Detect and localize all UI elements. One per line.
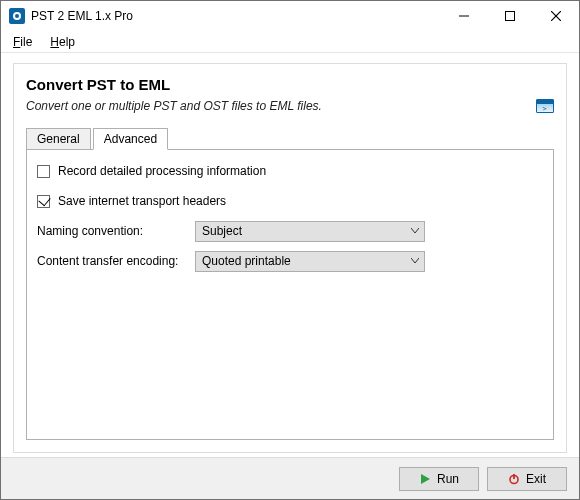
menu-help[interactable]: Help bbox=[42, 33, 83, 51]
checkbox-record-detailed[interactable] bbox=[37, 165, 50, 178]
tab-general[interactable]: General bbox=[26, 128, 91, 150]
run-button-label: Run bbox=[437, 472, 459, 486]
content-area: Convert PST to EML Convert one or multip… bbox=[1, 53, 579, 457]
titlebar[interactable]: PST 2 EML 1.x Pro bbox=[1, 1, 579, 31]
label-naming: Naming convention: bbox=[37, 224, 195, 238]
chevron-down-icon bbox=[406, 228, 424, 234]
svg-rect-4 bbox=[506, 12, 515, 21]
exit-button-label: Exit bbox=[526, 472, 546, 486]
panel-title: Convert PST to EML bbox=[26, 76, 554, 93]
tab-advanced[interactable]: Advanced bbox=[93, 128, 168, 150]
label-encoding: Content transfer encoding: bbox=[37, 254, 195, 268]
minimize-button[interactable] bbox=[441, 1, 487, 31]
svg-line-5 bbox=[551, 11, 561, 21]
row-save-headers: Save internet transport headers bbox=[37, 190, 543, 212]
maximize-button[interactable] bbox=[487, 1, 533, 31]
exit-button[interactable]: Exit bbox=[487, 467, 567, 491]
chevron-down-icon bbox=[406, 258, 424, 264]
power-icon bbox=[508, 473, 520, 485]
app-icon bbox=[9, 8, 25, 24]
checkbox-save-headers[interactable] bbox=[37, 195, 50, 208]
menubar: File Help bbox=[1, 31, 579, 53]
play-icon bbox=[419, 473, 431, 485]
label-save-headers: Save internet transport headers bbox=[58, 194, 226, 208]
dropdown-naming[interactable]: Subject bbox=[195, 221, 425, 242]
window-title: PST 2 EML 1.x Pro bbox=[31, 9, 133, 23]
main-panel: Convert PST to EML Convert one or multip… bbox=[13, 63, 567, 453]
footer: Run Exit bbox=[1, 457, 579, 499]
svg-point-2 bbox=[15, 14, 19, 18]
svg-marker-7 bbox=[421, 474, 430, 484]
panel-subtitle: Convert one or multiple PST and OST file… bbox=[26, 99, 536, 113]
svg-line-6 bbox=[551, 11, 561, 21]
menu-help-label-rest: elp bbox=[59, 35, 75, 49]
dropdown-encoding[interactable]: Quoted printable bbox=[195, 251, 425, 272]
run-button[interactable]: Run bbox=[399, 467, 479, 491]
menu-file-label-rest: ile bbox=[20, 35, 32, 49]
dropdown-naming-value: Subject bbox=[202, 224, 406, 238]
close-button[interactable] bbox=[533, 1, 579, 31]
app-window: PST 2 EML 1.x Pro File Help Convert PST … bbox=[0, 0, 580, 500]
tabstrip: General Advanced bbox=[26, 127, 554, 149]
row-naming: Naming convention: Subject bbox=[37, 220, 543, 242]
row-encoding: Content transfer encoding: Quoted printa… bbox=[37, 250, 543, 272]
menu-file[interactable]: File bbox=[5, 33, 40, 51]
row-record-detailed: Record detailed processing information bbox=[37, 160, 543, 182]
console-icon[interactable] bbox=[536, 99, 554, 113]
window-controls bbox=[441, 1, 579, 31]
label-record-detailed: Record detailed processing information bbox=[58, 164, 266, 178]
tabpage-advanced: Record detailed processing information S… bbox=[26, 149, 554, 440]
dropdown-encoding-value: Quoted printable bbox=[202, 254, 406, 268]
